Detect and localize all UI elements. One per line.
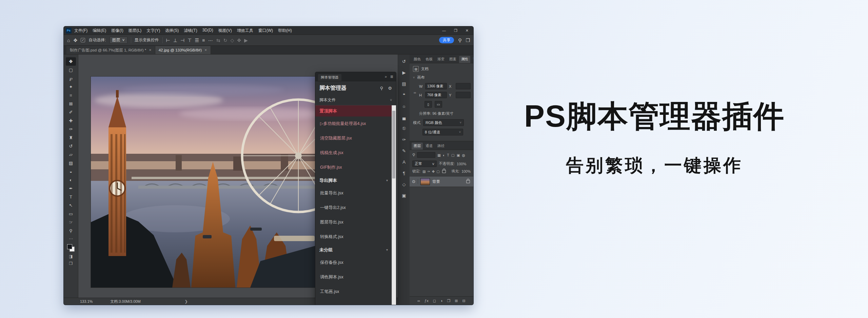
script-row[interactable]: 置顶脚本 [315,105,392,116]
eraser-tool[interactable]: ▱ [66,150,76,159]
move-tool-icon[interactable]: ✥ [73,38,77,43]
script-settings-gear-icon[interactable]: ⚙ [388,86,392,91]
script-list-scrollbar[interactable] [392,105,396,305]
brushes-icon[interactable]: ✎ [400,147,408,154]
menu-item[interactable]: 视图(V) [218,28,232,34]
script-row[interactable]: 批量导出.jsx [315,186,392,200]
height-field[interactable]: 768 像素 [425,92,447,98]
script-panel-tab[interactable]: 脚本管理器 [318,74,341,81]
script-row[interactable]: 清空隐藏图层.jsx [315,131,392,146]
menu-item[interactable]: 编辑(E) [93,28,106,34]
quick-mask-icon[interactable]: ◨ [69,254,73,259]
link-layers-icon[interactable]: ∞ [417,299,420,303]
rotate-view-icon[interactable]: ↻ [223,38,228,43]
3d-icon[interactable]: ◇ [400,181,408,188]
brush-settings-icon[interactable]: ✑ [400,136,408,143]
paragraph-icon[interactable]: ¶ [400,170,408,176]
edit-toolbar-icon[interactable]: ⋯ [69,236,73,241]
layer-thumbnail[interactable] [421,178,430,185]
scrollbar-thumb[interactable] [392,111,395,178]
pen-tool[interactable]: ✒ [66,184,76,193]
chevron-down-icon[interactable]: ˅ [413,76,415,79]
history-icon[interactable]: ↺ [400,58,408,65]
script-row[interactable]: 调色脚本.jsx [315,270,392,284]
panel-tab[interactable]: 颜色 [412,56,423,63]
script-row[interactable]: 未分组 ▾ [315,244,392,255]
libraries-icon[interactable]: ▤ [400,80,408,87]
collapse-panel-icon[interactable]: » [385,75,387,79]
healing-brush-tool[interactable]: ✚ [66,116,76,125]
eyedropper-tool[interactable]: ✐ [66,108,76,116]
panel-tab[interactable]: 属性 [459,56,470,63]
panel-tab[interactable]: 渐变 [435,56,447,63]
comments-icon[interactable]: ❝ [400,91,408,98]
portrait-orientation-button[interactable]: ▯ [425,101,432,108]
blur-tool[interactable]: ◒ [66,167,76,176]
play-icon[interactable]: ▶ [244,38,248,43]
menu-item[interactable]: 图像(I) [111,28,123,34]
brush-tool[interactable]: ✑ [66,125,76,133]
layers-tab[interactable]: 图层 [412,143,423,150]
landscape-orientation-button[interactable]: ▭ [435,101,442,108]
restore-button[interactable]: ❐ [454,28,457,33]
menu-item[interactable]: 文件(F) [74,28,87,34]
histogram-icon[interactable]: ▄ [400,114,408,121]
adjustments-icon[interactable]: ☼ [400,103,408,109]
lasso-tool[interactable]: ℘ [66,74,76,83]
shape-filter-icon[interactable]: ▢ [451,153,455,157]
type-filter-icon[interactable]: T [447,153,449,157]
quick-select-tool[interactable]: ✦ [66,83,76,91]
new-layer-icon[interactable]: ⊞ [455,299,458,303]
frame-tool[interactable]: ⊠ [66,100,76,108]
menu-item[interactable]: 选择(S) [165,28,179,34]
auto-select-dropdown[interactable]: 图层 ˅ [110,37,127,44]
panel-menu-icon[interactable]: ≣ [390,75,393,79]
type-tool[interactable]: T [66,193,76,201]
script-row[interactable]: 一键导出2.jsx [315,200,392,215]
lock-pixels-icon[interactable]: ✑ [427,170,430,173]
align-center-icon[interactable]: ⊥ [173,38,177,43]
move-tool[interactable]: ✥ [66,57,76,66]
layer-mask-icon[interactable]: ◻ [433,299,436,303]
layer-effects-icon[interactable]: ƒx [425,299,429,303]
menu-item[interactable]: 图层(L) [129,28,142,34]
blend-mode-dropdown[interactable]: 正常 ˅ [412,161,437,167]
close-tab-icon[interactable]: ✕ [204,48,207,52]
shape-tool[interactable]: ▭ [66,210,76,218]
hand-tool[interactable]: ☞ [66,218,76,227]
script-row[interactable]: 线稿生成.jsx [315,146,392,160]
script-row[interactable]: 工笔画.jsx [315,284,392,299]
foreground-color-swatch[interactable] [67,244,72,249]
layer-search-field[interactable] [417,152,435,158]
script-search-icon[interactable]: ⚲ [380,86,383,91]
align-right-icon[interactable]: ⊣ [180,38,184,43]
search-icon[interactable]: ⚲ [458,38,461,43]
menu-item[interactable]: 滤镜(T) [184,28,197,34]
bit-depth-dropdown[interactable]: 8 位/通道 ˅ [422,129,463,135]
panel-tab[interactable]: 图案 [447,56,458,63]
align-top-icon[interactable]: ⊤ [188,38,192,43]
opacity-value[interactable]: 100% [457,162,466,166]
share-button[interactable]: 共享 [439,37,454,43]
workspace-icon[interactable]: ❒ [466,38,470,43]
script-row[interactable]: ▷多功能批量处理器4.jsx [315,116,392,131]
path-selection-tool[interactable]: ↖ [66,201,76,210]
script-row[interactable]: 导出脚本 ▾ [315,175,392,186]
crop-tool[interactable]: ⌗ [66,91,76,100]
document-tab[interactable]: 制作广告图.psd @ 66.7%(图层 1, RGB/8#) * ✕ [66,46,155,54]
layer-search-icon[interactable]: ⚲ [412,153,415,157]
align-left-icon[interactable]: ⊢ [166,38,170,43]
menu-item[interactable]: 增效工具 [237,28,253,34]
picture-panel-icon[interactable]: ▣ [400,192,408,199]
show-transform-label[interactable]: 显示变换控件 [135,37,159,43]
layers-tab[interactable]: 路径 [435,143,447,150]
auto-select-checkbox[interactable]: ✓ [81,38,85,42]
screen-mode-icon[interactable]: ❒ [69,261,73,266]
layer-visibility-eye-icon[interactable]: ⊙ [410,179,418,184]
history-brush-tool[interactable]: ↺ [66,142,76,150]
layers-tab[interactable]: 通道 [423,143,435,150]
more-options-icon[interactable]: ⋯ [208,38,213,43]
snap-icon[interactable]: ◇ [231,38,234,43]
distribute-horizontal-icon[interactable]: ☰ [195,38,199,43]
lock-transparency-icon[interactable]: ▨ [422,170,426,173]
